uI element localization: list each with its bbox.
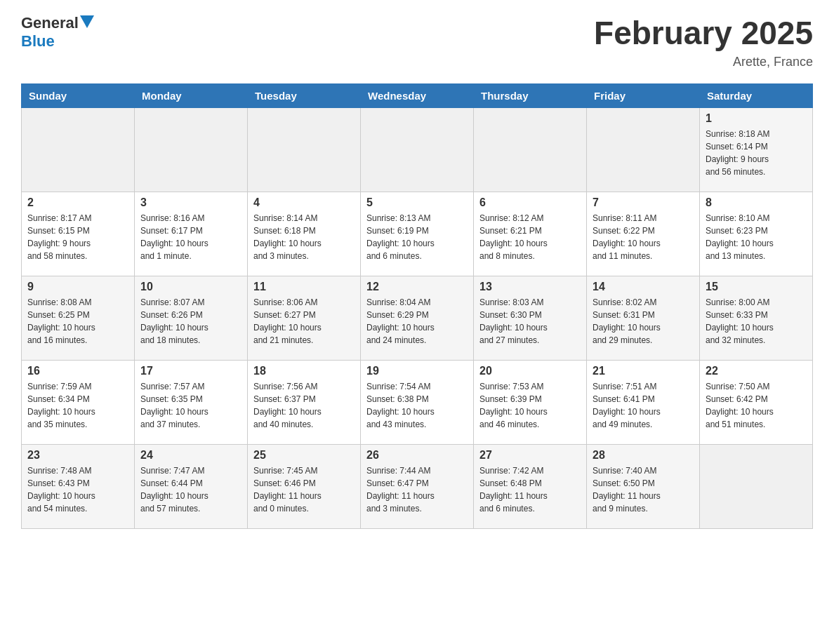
calendar-title: February 2025 (594, 14, 813, 52)
day-info: Sunrise: 7:47 AM Sunset: 6:44 PM Dayligh… (140, 464, 241, 515)
day-info: Sunrise: 8:06 AM Sunset: 6:27 PM Dayligh… (253, 296, 355, 347)
weekday-header-sunday: Sunday (22, 84, 135, 108)
calendar-cell: 22Sunrise: 7:50 AM Sunset: 6:42 PM Dayli… (700, 361, 813, 445)
calendar-cell: 16Sunrise: 7:59 AM Sunset: 6:34 PM Dayli… (22, 361, 135, 445)
weekday-header-monday: Monday (135, 84, 248, 108)
day-info: Sunrise: 7:57 AM Sunset: 6:35 PM Dayligh… (140, 380, 241, 431)
calendar-cell: 21Sunrise: 7:51 AM Sunset: 6:41 PM Dayli… (587, 361, 700, 445)
calendar-cell: 15Sunrise: 8:00 AM Sunset: 6:33 PM Dayli… (700, 276, 813, 361)
calendar-cell (248, 108, 361, 192)
day-number: 24 (140, 449, 241, 462)
calendar-cell: 14Sunrise: 8:02 AM Sunset: 6:31 PM Dayli… (587, 276, 700, 361)
weekday-header-thursday: Thursday (474, 84, 587, 108)
calendar-cell: 4Sunrise: 8:14 AM Sunset: 6:18 PM Daylig… (248, 192, 361, 276)
day-number: 26 (366, 449, 468, 462)
day-info: Sunrise: 8:12 AM Sunset: 6:21 PM Dayligh… (479, 212, 581, 262)
calendar-cell (587, 108, 700, 192)
calendar-cell: 1Sunrise: 8:18 AM Sunset: 6:14 PM Daylig… (700, 108, 813, 192)
day-info: Sunrise: 8:07 AM Sunset: 6:26 PM Dayligh… (140, 296, 241, 347)
weekday-header-row: SundayMondayTuesdayWednesdayThursdayFrid… (22, 84, 813, 108)
page-header: General Blue February 2025 Arette, Franc… (21, 14, 813, 69)
day-number: 15 (706, 281, 807, 293)
calendar-cell: 9Sunrise: 8:08 AM Sunset: 6:25 PM Daylig… (22, 276, 135, 361)
day-info: Sunrise: 8:03 AM Sunset: 6:30 PM Dayligh… (479, 296, 581, 347)
calendar-cell: 7Sunrise: 8:11 AM Sunset: 6:22 PM Daylig… (587, 192, 700, 276)
calendar-cell (700, 445, 813, 529)
day-number: 9 (27, 281, 128, 293)
day-info: Sunrise: 7:44 AM Sunset: 6:47 PM Dayligh… (366, 464, 468, 515)
calendar-cell: 12Sunrise: 8:04 AM Sunset: 6:29 PM Dayli… (361, 276, 474, 361)
day-info: Sunrise: 8:16 AM Sunset: 6:17 PM Dayligh… (140, 212, 241, 262)
calendar-cell (22, 108, 135, 192)
day-number: 17 (140, 365, 241, 377)
day-info: Sunrise: 8:14 AM Sunset: 6:18 PM Dayligh… (253, 212, 355, 262)
day-info: Sunrise: 8:11 AM Sunset: 6:22 PM Dayligh… (593, 212, 694, 262)
calendar-cell: 23Sunrise: 7:48 AM Sunset: 6:43 PM Dayli… (22, 445, 135, 529)
calendar-cell: 17Sunrise: 7:57 AM Sunset: 6:35 PM Dayli… (135, 361, 248, 445)
weekday-header-friday: Friday (587, 84, 700, 108)
calendar-cell: 10Sunrise: 8:07 AM Sunset: 6:26 PM Dayli… (135, 276, 248, 361)
day-number: 19 (366, 365, 468, 377)
title-area: February 2025 Arette, France (594, 14, 813, 69)
day-number: 23 (27, 449, 128, 462)
day-number: 25 (253, 449, 355, 462)
logo-general-text: General (21, 14, 79, 32)
day-info: Sunrise: 7:45 AM Sunset: 6:46 PM Dayligh… (253, 464, 355, 515)
calendar-cell: 26Sunrise: 7:44 AM Sunset: 6:47 PM Dayli… (361, 445, 474, 529)
day-number: 5 (366, 196, 468, 209)
day-number: 10 (140, 281, 241, 293)
calendar-week-row: 23Sunrise: 7:48 AM Sunset: 6:43 PM Dayli… (22, 445, 813, 529)
day-info: Sunrise: 7:59 AM Sunset: 6:34 PM Dayligh… (27, 380, 128, 431)
logo-blue-text: Blue (21, 32, 94, 51)
day-info: Sunrise: 7:53 AM Sunset: 6:39 PM Dayligh… (479, 380, 581, 431)
calendar-cell: 5Sunrise: 8:13 AM Sunset: 6:19 PM Daylig… (361, 192, 474, 276)
day-info: Sunrise: 7:50 AM Sunset: 6:42 PM Dayligh… (706, 380, 807, 431)
day-info: Sunrise: 8:13 AM Sunset: 6:19 PM Dayligh… (366, 212, 468, 262)
calendar-cell: 8Sunrise: 8:10 AM Sunset: 6:23 PM Daylig… (700, 192, 813, 276)
day-info: Sunrise: 7:42 AM Sunset: 6:48 PM Dayligh… (479, 464, 581, 515)
day-number: 3 (140, 196, 241, 209)
day-number: 21 (593, 365, 694, 377)
day-number: 20 (479, 365, 581, 377)
day-info: Sunrise: 8:08 AM Sunset: 6:25 PM Dayligh… (27, 296, 128, 347)
calendar-cell: 19Sunrise: 7:54 AM Sunset: 6:38 PM Dayli… (361, 361, 474, 445)
logo: General Blue (21, 14, 94, 51)
day-number: 6 (479, 196, 581, 209)
calendar-cell: 25Sunrise: 7:45 AM Sunset: 6:46 PM Dayli… (248, 445, 361, 529)
calendar-cell: 24Sunrise: 7:47 AM Sunset: 6:44 PM Dayli… (135, 445, 248, 529)
day-number: 7 (593, 196, 694, 209)
calendar-cell: 27Sunrise: 7:42 AM Sunset: 6:48 PM Dayli… (474, 445, 587, 529)
calendar-cell: 11Sunrise: 8:06 AM Sunset: 6:27 PM Dayli… (248, 276, 361, 361)
day-number: 2 (27, 196, 128, 209)
day-number: 27 (479, 449, 581, 462)
calendar-cell: 3Sunrise: 8:16 AM Sunset: 6:17 PM Daylig… (135, 192, 248, 276)
day-info: Sunrise: 8:04 AM Sunset: 6:29 PM Dayligh… (366, 296, 468, 347)
day-number: 16 (27, 365, 128, 377)
calendar-cell (135, 108, 248, 192)
location: Arette, France (594, 55, 813, 69)
day-info: Sunrise: 8:02 AM Sunset: 6:31 PM Dayligh… (593, 296, 694, 347)
day-info: Sunrise: 8:00 AM Sunset: 6:33 PM Dayligh… (706, 296, 807, 347)
day-number: 8 (706, 196, 807, 209)
calendar-cell (361, 108, 474, 192)
weekday-header-wednesday: Wednesday (361, 84, 474, 108)
day-number: 11 (253, 281, 355, 293)
calendar-cell: 13Sunrise: 8:03 AM Sunset: 6:30 PM Dayli… (474, 276, 587, 361)
weekday-header-tuesday: Tuesday (248, 84, 361, 108)
day-info: Sunrise: 7:56 AM Sunset: 6:37 PM Dayligh… (253, 380, 355, 431)
weekday-header-saturday: Saturday (700, 84, 813, 108)
day-number: 4 (253, 196, 355, 209)
calendar-table: SundayMondayTuesdayWednesdayThursdayFrid… (21, 83, 813, 529)
calendar-cell: 20Sunrise: 7:53 AM Sunset: 6:39 PM Dayli… (474, 361, 587, 445)
day-number: 12 (366, 281, 468, 293)
day-info: Sunrise: 7:48 AM Sunset: 6:43 PM Dayligh… (27, 464, 128, 515)
day-info: Sunrise: 8:17 AM Sunset: 6:15 PM Dayligh… (27, 212, 128, 262)
day-info: Sunrise: 7:40 AM Sunset: 6:50 PM Dayligh… (593, 464, 694, 515)
day-number: 13 (479, 281, 581, 293)
day-info: Sunrise: 7:54 AM Sunset: 6:38 PM Dayligh… (366, 380, 468, 431)
calendar-cell: 6Sunrise: 8:12 AM Sunset: 6:21 PM Daylig… (474, 192, 587, 276)
calendar-cell: 28Sunrise: 7:40 AM Sunset: 6:50 PM Dayli… (587, 445, 700, 529)
calendar-week-row: 9Sunrise: 8:08 AM Sunset: 6:25 PM Daylig… (22, 276, 813, 361)
day-number: 28 (593, 449, 694, 462)
calendar-cell: 2Sunrise: 8:17 AM Sunset: 6:15 PM Daylig… (22, 192, 135, 276)
